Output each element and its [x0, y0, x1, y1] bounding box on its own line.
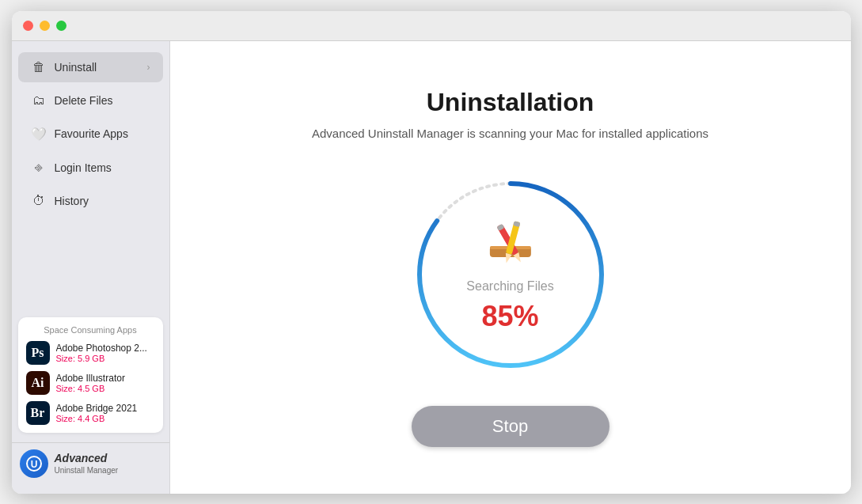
- photoshop-name: Adobe Photoshop 2...: [56, 343, 155, 354]
- titlebar: [12, 11, 851, 41]
- sidebar-item-uninstall[interactable]: 🗑 Uninstall ›: [18, 52, 163, 82]
- brand-name: Advanced: [55, 451, 119, 465]
- main-content: Uninstallation Advanced Uninstall Manage…: [170, 41, 851, 494]
- sidebar-item-login-items-label: Login Items: [55, 161, 150, 174]
- page-subtitle: Advanced Uninstall Manager is scanning y…: [312, 127, 708, 140]
- list-item: Br Adobe Bridge 2021 Size: 4.4 GB: [26, 401, 155, 425]
- sidebar-item-history[interactable]: ⏱ History: [18, 186, 163, 216]
- progress-center: Searching Files 85%: [466, 216, 553, 333]
- svg-text:U: U: [30, 459, 37, 470]
- progress-ring-container: Searching Files 85%: [408, 172, 613, 377]
- login-icon: ⎆: [31, 161, 47, 175]
- bridge-name: Adobe Bridge 2021: [56, 403, 155, 414]
- list-item: Ps Adobe Photoshop 2... Size: 5.9 GB: [26, 341, 155, 365]
- sidebar-item-favourite-apps[interactable]: 🤍 Favourite Apps: [18, 119, 163, 150]
- list-item: Ai Adobe Illustrator Size: 4.5 GB: [26, 371, 155, 395]
- close-button[interactable]: [23, 21, 33, 31]
- sidebar-item-delete-files-label: Delete Files: [55, 94, 150, 107]
- percent-label: 85%: [481, 300, 538, 333]
- maximize-button[interactable]: [56, 21, 66, 31]
- bridge-size: Size: 4.4 GB: [56, 414, 155, 423]
- brand-area: U Advanced Uninstall Manager: [12, 442, 169, 484]
- searching-label: Searching Files: [466, 279, 553, 294]
- chevron-right-icon: ›: [147, 62, 150, 73]
- sidebar: 🗑 Uninstall › 🗂 Delete Files 🤍 Favourite…: [12, 41, 170, 494]
- page-title: Uninstallation: [427, 88, 594, 117]
- illustrator-size: Size: 4.5 GB: [56, 384, 155, 393]
- sidebar-item-login-items[interactable]: ⎆ Login Items: [18, 153, 163, 183]
- brand-sub: Uninstall Manager: [55, 465, 119, 476]
- app-window: 🗑 Uninstall › 🗂 Delete Files 🤍 Favourite…: [12, 11, 851, 494]
- stop-button[interactable]: Stop: [412, 406, 609, 447]
- minimize-button[interactable]: [40, 21, 50, 31]
- trash-icon: 🗑: [31, 60, 47, 74]
- content-area: 🗑 Uninstall › 🗂 Delete Files 🤍 Favourite…: [12, 41, 851, 494]
- sidebar-item-delete-files[interactable]: 🗂 Delete Files: [18, 85, 163, 116]
- files-icon: 🗂: [31, 93, 47, 108]
- sidebar-item-uninstall-label: Uninstall: [55, 61, 139, 74]
- app-scanning-icon: [482, 216, 539, 273]
- photoshop-size: Size: 5.9 GB: [56, 354, 155, 363]
- illustrator-name: Adobe Illustrator: [56, 373, 155, 384]
- photoshop-icon: Ps: [26, 341, 50, 365]
- bridge-icon: Br: [26, 401, 50, 425]
- heart-icon: 🤍: [31, 127, 47, 142]
- sidebar-item-favourite-apps-label: Favourite Apps: [55, 127, 150, 140]
- brand-logo-icon: U: [25, 455, 43, 472]
- space-consuming-panel: Space Consuming Apps Ps Adobe Photoshop …: [18, 317, 163, 433]
- space-panel-title: Space Consuming Apps: [26, 325, 155, 335]
- sidebar-item-history-label: History: [55, 195, 150, 207]
- clock-icon: ⏱: [31, 194, 47, 208]
- illustrator-icon: Ai: [26, 371, 50, 395]
- brand-logo: U: [20, 449, 48, 478]
